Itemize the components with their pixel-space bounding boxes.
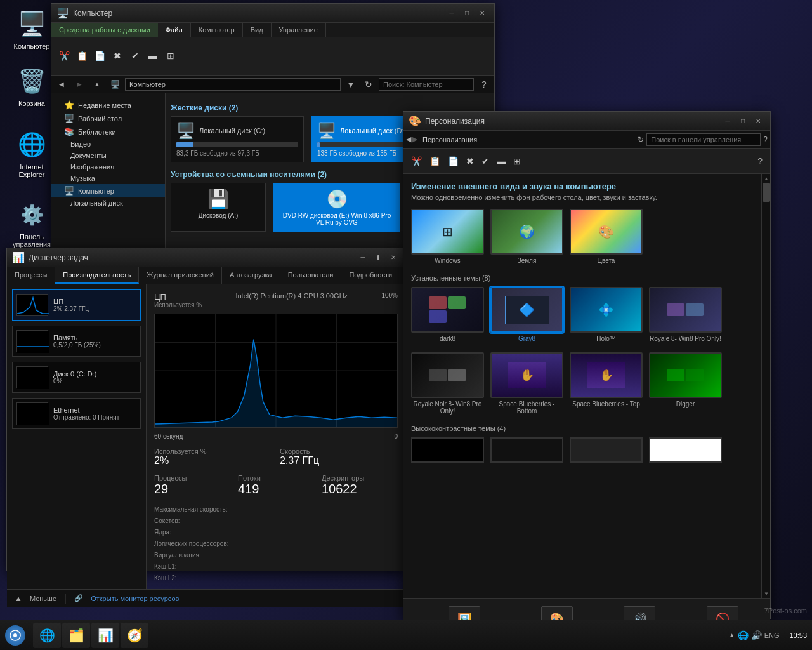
address-dropdown-icon[interactable]: ▼ <box>343 77 358 92</box>
tm-ethernet-info: Ethernet Отправлено: 0 Принят <box>53 406 119 421</box>
sidebar-libraries[interactable]: 📚 Библиотеки <box>51 125 165 138</box>
sidebar-documents[interactable]: Документы <box>51 150 165 161</box>
tray-expand-icon[interactable]: ▲ <box>729 632 735 639</box>
ribbon-dash-icon[interactable]: ▬ <box>145 48 160 63</box>
hc-theme-3[interactable] <box>570 437 643 463</box>
dvd-drive[interactable]: 💿 DVD RW дисковод (E:) Win 8 x86 Pro VL … <box>273 183 400 232</box>
tm-tab-processes[interactable]: Процессы <box>7 267 55 284</box>
theme-royale[interactable]: Royale 8- Win8 Pro Only! <box>649 287 722 342</box>
tm-restore-button[interactable]: ⬆ <box>371 252 385 263</box>
ribbon-paste-icon[interactable]: 📄 <box>92 48 107 63</box>
ribbon-tab-computer[interactable]: Компьютер <box>191 23 243 37</box>
persona-help-icon2[interactable]: ? <box>755 155 765 168</box>
ribbon-cut-icon[interactable]: ✂️ <box>56 48 72 63</box>
tm-disk-item[interactable]: Диск 0 (C: D:) 0% <box>12 362 141 393</box>
sidebar-computer[interactable]: 🖥️ Компьютер <box>51 184 165 197</box>
tray-network-icon[interactable]: 🌐 <box>738 630 749 640</box>
persona-maximize-button[interactable]: □ <box>736 116 750 127</box>
address-input[interactable] <box>125 78 341 91</box>
desktop-icon-computer[interactable]: 🖥️ Компьютер <box>6 6 57 53</box>
persona-paste-icon[interactable]: 📄 <box>445 155 461 168</box>
theme-blueberries-bottom[interactable]: ✋ Space Blueberries - Bottom <box>490 352 563 415</box>
theme-digger[interactable]: Digger <box>649 352 722 415</box>
ribbon-tab-view[interactable]: Вид <box>243 23 272 37</box>
desktop-icon-trash[interactable]: 🗑️ Корзина <box>6 63 57 110</box>
floppy-drive[interactable]: 💾 Дисковод (A:) <box>171 183 266 232</box>
persona-forward-button[interactable]: ▶ <box>412 135 417 143</box>
nav-up-icon[interactable]: ▲ <box>89 77 105 92</box>
scroll-up-arrow[interactable]: ▲ <box>762 174 771 183</box>
persona-search-input[interactable] <box>646 133 761 146</box>
sidebar-music[interactable]: Музыка <box>51 173 165 184</box>
tm-tab-app-history[interactable]: Журнал приложений <box>139 267 222 284</box>
start-button[interactable] <box>0 620 30 651</box>
desktop-icon-ie[interactable]: 🌐 Internet Explorer <box>6 127 57 182</box>
tray-volume-icon[interactable]: 🔊 <box>751 630 762 640</box>
less-button[interactable]: Меньше <box>30 595 56 602</box>
tm-minimize-button[interactable]: ─ <box>356 252 370 263</box>
ribbon-windows-icon[interactable]: ⊞ <box>163 48 178 63</box>
theme-dark8[interactable]: dark8 <box>411 287 484 342</box>
persona-cut-icon[interactable]: ✂️ <box>409 155 424 168</box>
theme-earth-name: Земля <box>518 257 537 264</box>
ribbon-check-icon[interactable]: ✔ <box>128 48 143 63</box>
ribbon-delete-icon[interactable]: ✖ <box>110 48 125 63</box>
theme-noir[interactable]: Royale Noir 8- Win8 Pro Only! <box>411 352 484 415</box>
theme-colors[interactable]: 🎨 Цвета <box>570 209 643 264</box>
theme-earth[interactable]: 🌍 Земля <box>490 209 563 264</box>
explorer-close-button[interactable]: ✕ <box>475 8 489 19</box>
tm-cpu-item[interactable]: ЦП 2% 2,37 ГГц <box>12 289 141 321</box>
ribbon-copy-icon[interactable]: 📋 <box>74 48 89 63</box>
desktop-icon-control-panel[interactable]: ⚙️ Панель управления <box>6 197 57 251</box>
scroll-down-arrow[interactable]: ▼ <box>762 589 771 598</box>
nav-forward-icon[interactable]: ▶ <box>72 77 87 92</box>
ribbon-tab-disk-tools[interactable]: Средства работы с дисками <box>51 23 158 37</box>
tm-tab-details[interactable]: Подробности <box>341 267 400 284</box>
tm-close-button[interactable]: ✕ <box>386 252 400 263</box>
persona-windows-icon[interactable]: ⊞ <box>511 155 523 168</box>
taskbar-clock[interactable]: 10:53 <box>784 632 812 639</box>
persona-help-button[interactable]: ? <box>763 135 768 144</box>
persona-copy-icon[interactable]: 📋 <box>427 155 443 168</box>
taskbar-browser2[interactable]: 🧭 <box>121 623 148 648</box>
nav-back-icon[interactable]: ◀ <box>54 77 69 92</box>
taskbar-taskmanager[interactable]: 📊 <box>91 623 119 648</box>
persona-close-button[interactable]: ✕ <box>751 116 765 127</box>
nav-computer-icon[interactable]: 🖥️ <box>107 77 122 92</box>
persona-back-button[interactable]: ◀ <box>406 135 411 143</box>
search-input[interactable] <box>379 78 474 91</box>
ribbon-tab-file[interactable]: Файл <box>158 23 191 37</box>
tm-tab-startup[interactable]: Автозагрузка <box>222 267 280 284</box>
taskbar-ie[interactable]: 🌐 <box>33 623 61 648</box>
taskbar-explorer[interactable]: 🗂️ <box>62 623 90 648</box>
explorer-minimize-button[interactable]: ─ <box>445 8 459 19</box>
persona-refresh-button[interactable]: ↻ <box>638 135 644 144</box>
persona-dash-icon[interactable]: ▬ <box>494 155 508 168</box>
persona-minimize-button[interactable]: ─ <box>721 116 735 127</box>
tm-ethernet-item[interactable]: Ethernet Отправлено: 0 Принят <box>12 398 141 429</box>
refresh-icon[interactable]: ↻ <box>361 77 376 92</box>
hc-theme-4[interactable] <box>649 437 722 463</box>
theme-gray8[interactable]: 🔷 Gray8 <box>490 287 563 342</box>
tm-tab-performance[interactable]: Производительность <box>55 267 139 284</box>
persona-delete-icon[interactable]: ✖ <box>464 155 476 168</box>
tm-memory-item[interactable]: Память 0,5/2,0 ГБ (25%) <box>12 326 141 357</box>
tm-tab-users[interactable]: Пользователи <box>280 267 342 284</box>
theme-blueberries-top[interactable]: ✋ Space Blueberries - Top <box>570 352 643 415</box>
hc-theme-1[interactable] <box>411 437 484 463</box>
sidebar-video[interactable]: Видео <box>51 138 165 150</box>
sidebar-desktop[interactable]: 🖥️ Рабочий стол <box>51 112 165 125</box>
scroll-thumb[interactable] <box>763 183 770 202</box>
theme-windows[interactable]: ⊞ Windows <box>411 209 484 264</box>
sidebar-recent[interactable]: ⭐ Недавние места <box>51 98 165 112</box>
persona-check-icon[interactable]: ✔ <box>479 155 492 168</box>
sidebar-images[interactable]: Изображения <box>51 161 165 173</box>
monitor-link[interactable]: Открыть монитор ресурсов <box>91 595 179 602</box>
theme-holo[interactable]: 💠 Holo™ <box>570 287 643 342</box>
ribbon-tab-manage[interactable]: Управление <box>272 23 326 37</box>
hc-theme-2[interactable] <box>490 437 563 463</box>
sidebar-local-disk[interactable]: Локальный диск <box>51 197 165 209</box>
help-icon[interactable]: ? <box>476 77 492 92</box>
disk-c[interactable]: 🖥️ Локальный диск (C:) 83,3 ГБ свободно … <box>171 116 304 162</box>
explorer-maximize-button[interactable]: □ <box>460 8 474 19</box>
